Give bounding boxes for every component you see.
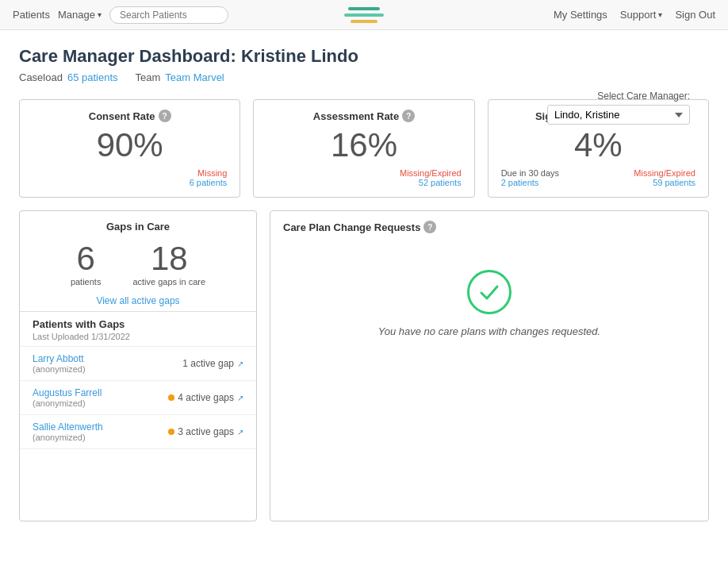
navbar-right: My Settings Support ▾ Sign Out — [554, 9, 715, 21]
patient-augustus-farrell: Augustus Farrell (anonymized) — [33, 387, 102, 408]
gaps-count-label: active gaps in care — [132, 277, 205, 287]
patient-gaps-badge: 3 active gaps ↗ — [168, 426, 243, 437]
manage-nav-dropdown[interactable]: Manage ▾ — [58, 9, 102, 21]
assessment-rate-title: Assessment Rate ? — [266, 110, 461, 122]
consent-rate-value: 90% — [33, 129, 227, 162]
patients-with-gaps-section: Patients with Gaps Last Uploaded 1/31/20… — [20, 311, 256, 521]
search-input[interactable] — [109, 6, 228, 24]
care-plan-empty-state: You have no care plans with changes requ… — [283, 246, 695, 361]
consent-rate-help-icon[interactable]: ? — [159, 110, 171, 122]
support-dropdown[interactable]: Support ▾ — [620, 9, 663, 21]
gaps-in-care-card: Gaps in Care 6 patients 18 active gaps i… — [19, 210, 257, 521]
gaps-count-number: 18 — [132, 242, 205, 275]
patient-anon: (anonymized) — [33, 364, 86, 374]
patient-gaps-badge: 1 active gap ↗ — [182, 358, 243, 369]
main-content: Care Manager Dashboard: Kristine Lindo C… — [0, 30, 728, 537]
patient-row: Sallie Altenwerth (anonymized) 3 active … — [20, 415, 256, 449]
signed-care-plan-due: Due in 30 days 2 patients — [501, 168, 559, 187]
caseload-patients-link[interactable]: 65 patients — [67, 71, 118, 83]
patient-row: Larry Abbott (anonymized) 1 active gap ↗ — [20, 347, 256, 381]
patient-anon: (anonymized) — [33, 398, 102, 408]
consent-rate-card: Consent Rate ? 90% Missing 6 patients — [19, 99, 240, 198]
care-manager-select[interactable]: Lindo, Kristine — [547, 105, 690, 125]
care-plan-change-card: Care Plan Change Requests ? You have no … — [270, 210, 709, 521]
manage-chevron-icon: ▾ — [98, 10, 102, 19]
assessment-rate-missing: Missing/Expired 52 patients — [400, 168, 462, 187]
consent-rate-missing: Missing 6 patients — [190, 168, 228, 187]
signed-care-plan-footer: Due in 30 days 2 patients Missing/Expire… — [501, 168, 695, 187]
patients-gaps-scroll[interactable]: Larry Abbott (anonymized) 1 active gap ↗… — [20, 346, 256, 521]
care-plan-empty-message: You have no care plans with changes requ… — [378, 325, 600, 337]
patient-sallie-altenwerth: Sallie Altenwerth (anonymized) — [33, 421, 103, 442]
logo — [344, 7, 384, 23]
patient-anon: (anonymized) — [33, 433, 103, 442]
assessment-rate-help-icon[interactable]: ? — [402, 110, 415, 122]
gaps-patients-number: 6 — [71, 242, 102, 275]
view-all-active-gaps-link[interactable]: View all active gaps — [20, 290, 256, 311]
gaps-count-block: 18 active gaps in care — [132, 242, 205, 287]
support-chevron-icon: ▾ — [658, 10, 662, 19]
team-label: Team — [136, 71, 161, 83]
gaps-patients-block: 6 patients — [71, 242, 102, 287]
manage-label: Manage — [58, 9, 95, 21]
external-link-icon[interactable]: ↗ — [237, 360, 243, 368]
assessment-rate-value: 16% — [266, 129, 461, 162]
caseload-label: Caseload — [19, 71, 63, 83]
patient-name-link[interactable]: Sallie Altenwerth — [33, 421, 103, 433]
care-manager-label: Select Care Manager: — [547, 90, 690, 102]
team-name-link[interactable]: Team Marvel — [165, 71, 224, 83]
external-link-icon[interactable]: ↗ — [237, 394, 243, 402]
patient-gaps-badge: 4 active gaps ↗ — [168, 392, 243, 403]
care-manager-select-area: Select Care Manager: Lindo, Kristine — [547, 90, 690, 125]
consent-rate-footer: Missing 6 patients — [33, 168, 227, 187]
warning-dot-icon — [168, 394, 174, 401]
navbar: Patients Manage ▾ My Settings Support ▾ … — [0, 0, 728, 30]
gaps-in-care-title: Gaps in Care — [20, 211, 256, 233]
patient-name-link[interactable]: Larry Abbott — [33, 353, 86, 364]
external-link-icon[interactable]: ↗ — [237, 428, 243, 437]
signed-care-plan-value: 4% — [501, 129, 695, 162]
header-area: Care Manager Dashboard: Kristine Lindo C… — [19, 46, 709, 83]
checkmark-icon — [477, 280, 501, 304]
care-plan-change-title: Care Plan Change Requests ? — [283, 221, 695, 233]
page-title: Care Manager Dashboard: Kristine Lindo — [19, 46, 709, 67]
support-label: Support — [620, 9, 657, 21]
patients-with-gaps-subtitle: Last Uploaded 1/31/2022 — [20, 330, 256, 346]
patient-name-link[interactable]: Augustus Farrell — [33, 387, 102, 398]
consent-rate-title: Consent Rate ? — [33, 110, 227, 122]
patient-gaps-text: 1 active gap — [182, 358, 234, 369]
signed-care-plan-missing: Missing/Expired 59 patients — [634, 168, 695, 187]
gaps-patients-label: patients — [71, 277, 102, 287]
navbar-left: Patients Manage ▾ — [13, 6, 228, 24]
patients-with-gaps-title: Patients with Gaps — [20, 312, 256, 330]
patient-gaps-text: 4 active gaps — [178, 392, 234, 403]
patient-larry-abbott: Larry Abbott (anonymized) — [33, 353, 86, 374]
care-plan-help-icon[interactable]: ? — [423, 221, 436, 233]
patient-row: Augustus Farrell (anonymized) 4 active g… — [20, 381, 256, 415]
bottom-row: Gaps in Care 6 patients 18 active gaps i… — [19, 210, 709, 521]
caseload-row: Caseload 65 patients Team Team Marvel — [19, 71, 709, 83]
warning-dot-icon — [168, 429, 174, 435]
patients-nav-link[interactable]: Patients — [13, 9, 50, 21]
my-settings-link[interactable]: My Settings — [554, 9, 607, 21]
gaps-numbers: 6 patients 18 active gaps in care — [20, 233, 256, 290]
assessment-rate-card: Assessment Rate ? 16% Missing/Expired 52… — [253, 99, 474, 198]
patient-gaps-text: 3 active gaps — [178, 426, 234, 437]
sign-out-link[interactable]: Sign Out — [675, 9, 715, 21]
assessment-rate-footer: Missing/Expired 52 patients — [266, 168, 461, 187]
checkmark-circle — [467, 270, 512, 314]
